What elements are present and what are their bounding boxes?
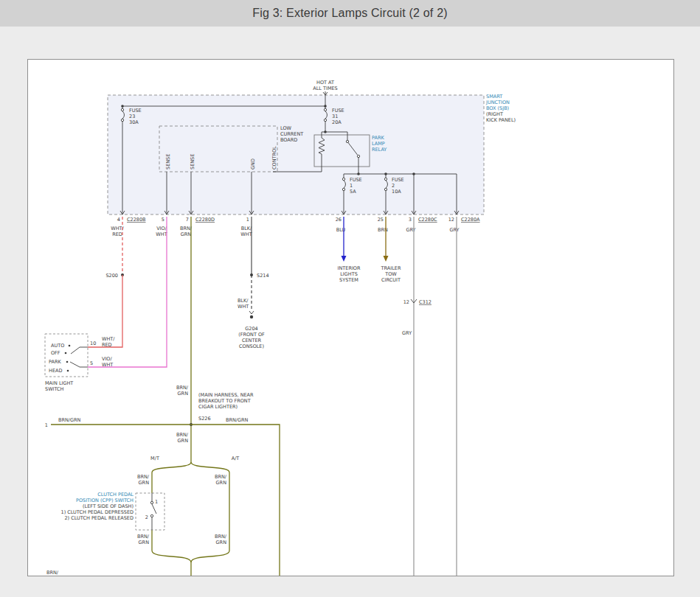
brn-wire bbox=[384, 217, 389, 262]
mls-pos-auto: AUTO bbox=[51, 343, 64, 349]
viowht-label-2: WHT bbox=[156, 231, 167, 237]
pin-26: 26 bbox=[336, 217, 342, 223]
connector-c2280b-link[interactable]: C2280B bbox=[127, 217, 146, 223]
blkwht-label-2: WHT bbox=[240, 231, 252, 237]
splice-s200: S200 bbox=[105, 273, 118, 279]
cpp-desc-3: 2) CLUTCH PEDAL RELEASED bbox=[64, 515, 134, 521]
mls-pos-off: OFF bbox=[51, 350, 60, 356]
sjb-label: SMART JUNCTION BOX (SJB) (RIGHT KICK PAN… bbox=[485, 94, 516, 123]
relay-name-2: LAMP bbox=[372, 141, 385, 147]
blkwht-label2-1: BLK/ bbox=[238, 298, 249, 304]
hbus-brngrn-right: BRN/GRN bbox=[226, 417, 249, 423]
sjb-name-3: BOX (SJB) bbox=[486, 105, 509, 111]
relay-name-3: RELAY bbox=[372, 147, 387, 153]
brn-label: BRN bbox=[378, 227, 388, 233]
pin-3: 3 bbox=[409, 217, 412, 223]
harness-note-3: CIGAR LIGHTER) bbox=[198, 404, 238, 410]
cpp-out-brngrn-2: GRN bbox=[139, 540, 150, 545]
mls-pos-park: PARK bbox=[49, 359, 61, 365]
lcb-pin-gnd: GND bbox=[250, 158, 256, 170]
split-mt-label: M/T bbox=[150, 455, 159, 461]
at-out-brngrn-2: GRN bbox=[216, 540, 227, 545]
sjb-name-2: JUNCTION bbox=[485, 100, 510, 105]
splice-s214: S214 bbox=[257, 273, 269, 279]
mt-brngrn-1: BRN/ bbox=[137, 474, 150, 480]
dest-interior-3: SYSTEM bbox=[339, 277, 358, 283]
splice-s226: S226 bbox=[198, 416, 211, 422]
cpp-desc-2: 1) CLUTCH PEDAL DEPRESSED bbox=[61, 509, 134, 515]
mls-whtred-1: WHT/ bbox=[102, 336, 115, 342]
mls-whtred-2: RED bbox=[102, 342, 112, 348]
cpp-name-1: CLUTCH PEDAL bbox=[97, 492, 134, 498]
brngrn-label-2: GRN bbox=[181, 231, 192, 237]
dest-trailer-2: TOW bbox=[384, 271, 397, 277]
bottom-partial-label: BRN/ bbox=[46, 570, 59, 576]
low-current-board-box bbox=[159, 126, 277, 172]
viowht-label-1: VIO/ bbox=[156, 226, 167, 231]
pin-1: 1 bbox=[246, 217, 249, 223]
all-times-label: ALL TIMES bbox=[313, 85, 337, 91]
at-brngrn-1: BRN/ bbox=[215, 474, 227, 480]
gry-label-3: GRY bbox=[402, 330, 412, 336]
gry-wire-1 bbox=[411, 217, 417, 576]
at-out-brngrn-1: BRN/ bbox=[215, 534, 227, 540]
brngrn-mid-1: BRN/ bbox=[176, 385, 189, 391]
c312-pin: 12 bbox=[403, 299, 409, 305]
cpp-switch-box bbox=[136, 493, 164, 530]
connector-c2280c-link[interactable]: C2280C bbox=[418, 217, 437, 223]
diagram-panel: HOT AT ALL TIMES SMART JUNCTION BOX (SJB… bbox=[27, 59, 674, 576]
harness-note-2: BREAKOUT TO FRONT bbox=[198, 398, 251, 404]
fuse-23-label-1: FUSE bbox=[129, 108, 142, 114]
cpp-desc-1: (LEFT SIDE OF DASH) bbox=[83, 503, 134, 509]
fuse-1-label-3: 5A bbox=[350, 189, 356, 195]
dest-trailer-1: TRAILER bbox=[381, 265, 401, 271]
figure-title-bar: Fig 3: Exterior Lamps Circuit (2 of 2) bbox=[0, 0, 700, 27]
brngrn-label-1: BRN/ bbox=[180, 226, 193, 231]
lcb-pin-control: CONTROL bbox=[271, 146, 277, 170]
mls-name-1: MAIN LIGHT bbox=[45, 380, 73, 386]
gry-label-2: GRY bbox=[449, 227, 459, 233]
cpp-pin-1: 1 bbox=[155, 499, 158, 505]
mls-pos-head: HEAD bbox=[49, 368, 62, 374]
brngrn-mid-2: GRN bbox=[178, 391, 189, 397]
blkwht-label2-2: WHT bbox=[238, 304, 249, 310]
ground-loc-1: (FRONT OF bbox=[238, 332, 265, 338]
wiring-diagram: HOT AT ALL TIMES SMART JUNCTION BOX (SJB… bbox=[28, 60, 673, 576]
at-brngrn-2: GRN bbox=[216, 480, 227, 486]
park-lamp-relay-box bbox=[314, 135, 370, 167]
ground-g204: G204 bbox=[245, 326, 257, 332]
dest-interior-1: INTERIOR bbox=[338, 265, 361, 271]
connector-c2280d-link[interactable]: C2280D bbox=[195, 217, 215, 223]
main-light-switch-symbol bbox=[65, 345, 88, 372]
fuse-2-label-1: FUSE bbox=[392, 177, 404, 183]
whtred-label-2: RED bbox=[112, 231, 122, 237]
fuse-31-label-1: FUSE bbox=[332, 108, 344, 114]
mls-pin-10: 10 bbox=[90, 341, 96, 346]
hot-at-label: HOT AT bbox=[316, 80, 334, 85]
fuse-31-label-2: 31 bbox=[332, 114, 338, 119]
blkwht-label-1: BLK/ bbox=[241, 226, 252, 231]
lcb-pin-sense-2: SENSE bbox=[190, 154, 195, 170]
fuse-2-label-2: 2 bbox=[392, 183, 395, 189]
pin-25: 25 bbox=[378, 217, 384, 223]
harness-note-1: (MAIN HARNESS, NEAR bbox=[198, 392, 254, 398]
fuse-2-label-3: 10A bbox=[392, 189, 401, 195]
lcb-pin-sense-1: SENSE bbox=[165, 154, 171, 170]
connector-c312-link[interactable]: C312 bbox=[419, 299, 432, 305]
connector-c2280a-link[interactable]: C2280A bbox=[461, 217, 480, 223]
sjb-loc-2: KICK PANEL) bbox=[486, 117, 516, 123]
fuse-23-label-2: 23 bbox=[129, 114, 135, 119]
fuse-31-label-3: 20A bbox=[332, 119, 342, 125]
page: Fig 3: Exterior Lamps Circuit (2 of 2) H… bbox=[0, 0, 700, 597]
fuse-23-label-3: 30A bbox=[129, 119, 139, 125]
fuse-1-label-1: FUSE bbox=[350, 177, 362, 183]
pin-12: 12 bbox=[448, 217, 454, 223]
hbus-brngrn-left: BRN/GRN bbox=[58, 417, 81, 423]
figure-title: Fig 3: Exterior Lamps Circuit (2 of 2) bbox=[252, 7, 448, 20]
dest-trailer-3: CIRCUIT bbox=[381, 277, 401, 283]
relay-name-1: PARK bbox=[372, 135, 384, 141]
split-at-label: A/T bbox=[232, 455, 240, 461]
hbus-pin-1: 1 bbox=[45, 422, 48, 428]
viowht-wire bbox=[88, 217, 167, 367]
mls-viowht-1: VIO/ bbox=[102, 356, 112, 362]
